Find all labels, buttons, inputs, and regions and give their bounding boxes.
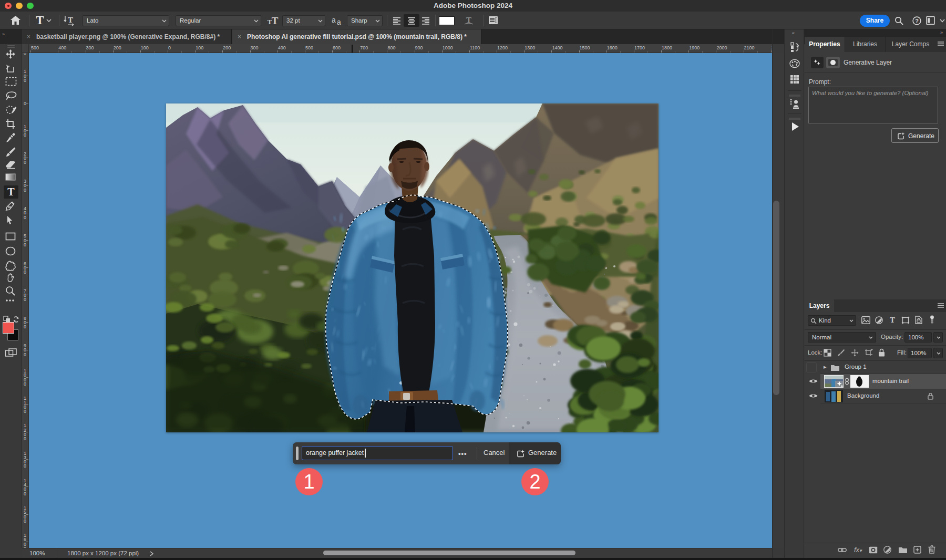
svg-text:T: T xyxy=(272,15,279,26)
svg-text:T: T xyxy=(68,16,73,24)
svg-text:a: a xyxy=(337,18,341,25)
svg-text:?: ? xyxy=(915,18,919,24)
svg-text:a: a xyxy=(332,16,336,24)
